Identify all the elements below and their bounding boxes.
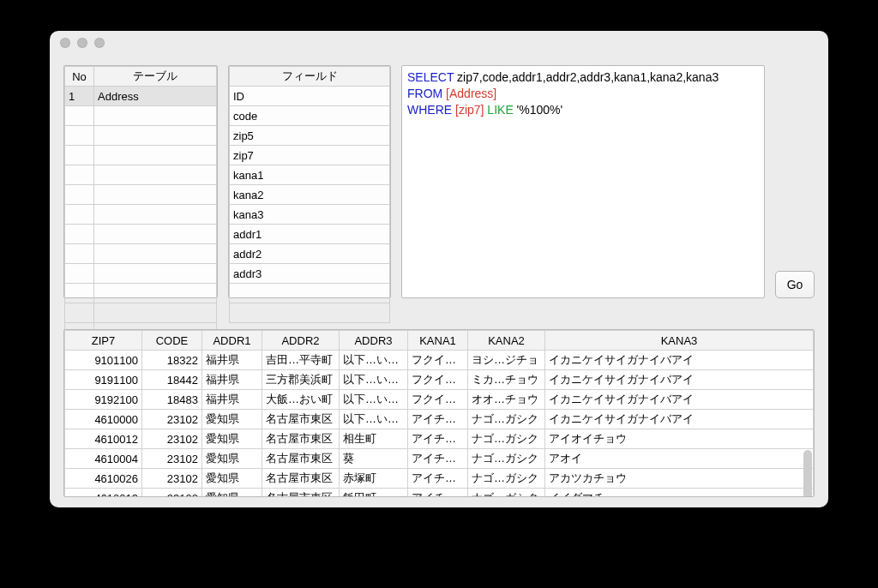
table-row[interactable] [65,244,217,264]
results-cell: 23102 [142,410,202,429]
results-header-cell[interactable]: CODE [142,331,202,351]
go-button[interactable]: Go [775,271,815,298]
field-name: code [230,106,390,126]
results-cell: 名古屋市東区 [262,469,340,489]
results-row[interactable]: 461000423102愛知県名古屋市東区葵アイチケンナゴ…ガシクアオイ [65,449,814,469]
results-cell: アイチケン [408,469,468,489]
zoom-icon[interactable] [94,38,105,48]
table-row[interactable] [65,146,217,165]
table-row[interactable] [65,205,217,225]
results-cell: 18442 [142,370,202,390]
field-row[interactable]: kana1 [230,165,390,185]
table-row[interactable] [65,284,217,303]
results-cell: 4610013 [65,489,142,497]
sql-text[interactable]: SELECT zip7,code,addr1,addr2,addr3,kana1… [402,66,764,122]
field-row[interactable]: ID [230,87,390,106]
results-cell: アオイ [545,449,814,469]
tables-grid[interactable]: No テーブル 1Address [64,66,217,343]
table-row[interactable]: 1Address [65,87,217,106]
field-row[interactable]: kana2 [230,185,390,205]
close-icon[interactable] [60,38,70,48]
results-panel: ZIP7CODEADDR1ADDR2ADDR3KANA1KANA2KANA3 9… [63,329,815,497]
field-row[interactable]: zip7 [230,146,390,165]
results-cell: 相生町 [340,429,408,449]
field-name: kana2 [230,185,390,205]
results-cell: ナゴ…ガシク [468,489,545,497]
table-row[interactable] [65,165,217,185]
results-cell: 18322 [142,351,202,370]
results-cell: イカニケイサイガナイバアイ [545,351,814,370]
field-row[interactable]: zip5 [230,126,390,146]
results-cell: ミカ…チョウ [468,370,545,390]
table-row[interactable] [65,264,217,284]
results-row[interactable]: 910110018322福井県吉田…平寺町以下…い場合フクイケンヨシ…ジチョイカ… [65,351,814,370]
sql-editor[interactable]: SELECT zip7,code,addr1,addr2,addr3,kana1… [401,65,765,298]
field-row[interactable] [230,303,390,323]
results-row[interactable]: 461002623102愛知県名古屋市東区赤塚町アイチケンナゴ…ガシクアカツカチ… [65,469,814,489]
results-cell: 名古屋市東区 [262,410,340,429]
field-row[interactable]: addr3 [230,264,390,284]
results-cell: 三方郡美浜町 [262,370,340,390]
table-row[interactable] [65,225,217,244]
results-cell: 23102 [142,429,202,449]
results-header-cell[interactable]: KANA2 [468,331,545,351]
tables-panel: No テーブル 1Address [63,65,218,298]
results-cell: 9101100 [65,351,142,370]
results-cell: アイチケン [408,489,468,497]
results-cell: 愛知県 [202,489,262,497]
results-cell: 飯田町 [340,489,408,497]
results-cell: 以下…い場合 [340,351,408,370]
results-cell: 福井県 [202,351,262,370]
results-row[interactable]: 919110018442福井県三方郡美浜町以下…い場合フクイケンミカ…チョウイカ… [65,370,814,390]
results-header-cell[interactable]: KANA3 [545,331,814,351]
kw-like: LIKE [484,103,513,117]
field-row[interactable] [230,284,390,303]
results-cell: 以下…い場合 [340,370,408,390]
results-cell: イカニケイサイガナイバアイ [545,370,814,390]
results-row[interactable]: 461001323102愛知県名古屋市東区飯田町アイチケンナゴ…ガシクイイダマチ [65,489,814,497]
field-row[interactable]: addr1 [230,225,390,244]
table-row[interactable] [65,185,217,205]
field-row[interactable]: code [230,106,390,126]
results-cell: アイチケン [408,429,468,449]
results-cell: 23102 [142,469,202,489]
results-cell: フクイケン [408,390,468,410]
results-cell: 愛知県 [202,469,262,489]
minimize-icon[interactable] [77,38,87,48]
kw-select: SELECT [407,70,454,84]
tables-header-name[interactable]: テーブル [94,67,217,87]
results-cell: 18483 [142,390,202,410]
results-cell: 以下…い場合 [340,410,408,429]
results-cell: アイチケン [408,449,468,469]
results-header-cell[interactable]: ADDR1 [202,331,262,351]
table-row[interactable] [65,303,217,323]
results-header-cell[interactable]: KANA1 [408,331,468,351]
field-name: addr3 [230,264,390,284]
results-scrollbar-thumb[interactable] [803,450,812,497]
results-cell: アイオイチョウ [545,429,814,449]
results-header-cell[interactable]: ZIP7 [65,331,142,351]
results-row[interactable]: 461000023102愛知県名古屋市東区以下…い場合アイチケンナゴ…ガシクイカ… [65,410,814,429]
results-cell: フクイケン [408,351,468,370]
tables-header-no[interactable]: No [65,67,94,87]
results-cell: 4610026 [65,469,142,489]
results-header-cell[interactable]: ADDR2 [262,331,340,351]
table-row-no: 1 [65,87,94,106]
results-cell: アカツカチョウ [545,469,814,489]
results-cell: ナゴ…ガシク [468,469,545,489]
field-name: zip7 [230,146,390,165]
table-row[interactable] [65,126,217,146]
table-row[interactable] [65,106,217,126]
results-cell: 大飯…おい町 [262,390,340,410]
results-cell: 吉田…平寺町 [262,351,340,370]
results-row[interactable]: 461001223102愛知県名古屋市東区相生町アイチケンナゴ…ガシクアイオイチ… [65,429,814,449]
titlebar[interactable] [50,31,828,55]
field-row[interactable]: kana3 [230,205,390,225]
results-header-cell[interactable]: ADDR3 [340,331,408,351]
field-row[interactable]: addr2 [230,244,390,264]
results-cell: アイチケン [408,410,468,429]
results-grid[interactable]: ZIP7CODEADDR1ADDR2ADDR3KANA1KANA2KANA3 9… [64,330,814,496]
fields-grid[interactable]: フィールド IDcodezip5zip7kana1kana2kana3addr1… [229,66,390,323]
results-row[interactable]: 919210018483福井県大飯…おい町以下…い場合フクイケンオオ…チョウイカ… [65,390,814,410]
fields-header[interactable]: フィールド [230,67,390,87]
